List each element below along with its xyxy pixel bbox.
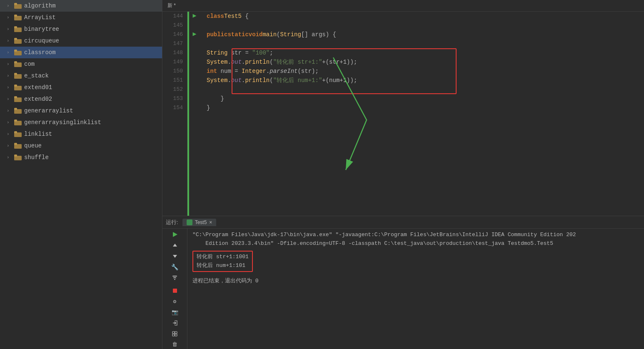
trash-button[interactable]: 🗑 [169, 341, 181, 349]
svg-rect-7 [14, 38, 17, 40]
folder-icon [14, 73, 22, 79]
run-tab-icon [187, 219, 192, 225]
editor-content: 144145146147148149150151152153154 ▶▶ [162, 12, 644, 216]
console-cmd-line-2: Edition 2023.3.4\bin" -Dfile.encoding=UT… [192, 239, 639, 248]
chevron-right-icon: › [7, 108, 12, 113]
code-lines[interactable]: class Test5 { public static void main(St… [200, 12, 644, 216]
sidebar-item-linklist[interactable]: › linklist [0, 128, 162, 140]
sidebar-item-e_stack[interactable]: › e_stack [0, 70, 162, 82]
filter-button[interactable] [169, 274, 181, 282]
folder-icon [14, 143, 22, 149]
svg-rect-36 [172, 332, 175, 334]
code-line-154: } [207, 103, 644, 112]
editor-new-tab[interactable]: 新 * [167, 2, 176, 9]
code-line-144: class Test5 { [207, 12, 644, 21]
bp-gutter-150 [189, 67, 200, 76]
file-tree-sidebar: › algorithm › ArrayList › [0, 0, 162, 349]
svg-rect-33 [173, 277, 176, 278]
svg-rect-37 [175, 332, 177, 334]
sidebar-item-label: extend02 [24, 96, 52, 102]
run-tab-close[interactable]: × [209, 219, 212, 225]
sidebar-item-ArrayList[interactable]: › ArrayList [0, 12, 162, 23]
console-output[interactable]: "C:\Program Files\Java\jdk-17\bin\java.e… [187, 229, 644, 349]
sidebar-item-generarraylist[interactable]: › generarraylist [0, 105, 162, 117]
sidebar-item-label: com [24, 61, 35, 67]
stop-button[interactable] [169, 286, 181, 294]
bp-gutter-147 [189, 39, 200, 48]
wrench-button[interactable]: 🔧 [169, 263, 181, 271]
grid-button[interactable] [169, 330, 181, 338]
output-line-2: 转化后 num+1:101 [197, 262, 249, 270]
console-toolbar: 🔧 ⚙ 📷 [162, 229, 187, 349]
editor-area: 新 * 144145146147148149150151152153154 ▶▶ [162, 0, 644, 349]
settings-button[interactable]: ⚙ [169, 297, 181, 306]
folder-icon [14, 96, 22, 102]
sidebar-item-generarraysinglinklist[interactable]: › generarraysinglinklist [0, 117, 162, 128]
sidebar-item-binarytree[interactable]: › binarytree [0, 23, 162, 35]
line-number-149: 149 [162, 57, 183, 67]
svg-marker-30 [173, 244, 177, 247]
scroll-down-button[interactable] [169, 252, 181, 260]
folder-icon [14, 38, 22, 44]
line-number-152: 152 [162, 85, 183, 94]
run-tab-test5[interactable]: Test5 × [182, 219, 217, 226]
sidebar-item-label: generarraylist [24, 107, 73, 114]
line-number-147: 147 [162, 39, 183, 48]
output-highlight-box: 转化前 str+1:1001 转化后 num+1:101 [192, 251, 253, 272]
bp-gutter-144: ▶ [189, 12, 200, 21]
scroll-up-button[interactable] [169, 241, 181, 249]
sidebar-item-label: circuqueue [24, 37, 59, 44]
svg-rect-19 [14, 108, 17, 110]
chevron-right-icon: › [7, 155, 12, 160]
svg-rect-21 [14, 120, 17, 122]
svg-rect-1 [14, 3, 17, 5]
run-button[interactable] [169, 230, 181, 239]
bp-gutter-153 [189, 94, 200, 103]
bp-gutter-154 [189, 103, 200, 112]
console-cmd-line-1: "C:\Program Files\Java\jdk-17\bin\java.e… [192, 231, 639, 239]
svg-rect-32 [172, 276, 177, 277]
chevron-right-icon: › [7, 132, 12, 137]
folder-icon [14, 61, 22, 67]
sidebar-item-algorithm[interactable]: › algorithm [0, 0, 162, 12]
code-line-153: } [207, 94, 644, 103]
camera-button[interactable]: 📷 [169, 308, 181, 317]
svg-rect-35 [173, 289, 177, 293]
sidebar-item-com[interactable]: › com [0, 58, 162, 70]
chevron-right-icon: › [7, 3, 12, 8]
sidebar-item-extend01[interactable]: › extend01 [0, 82, 162, 93]
sidebar-item-queue[interactable]: › queue [0, 140, 162, 152]
chevron-right-icon: › [7, 85, 12, 90]
sidebar-item-shuffle[interactable]: › shuffle [0, 152, 162, 163]
svg-rect-9 [14, 50, 17, 52]
sidebar-item-label: algorithm [24, 2, 56, 9]
svg-rect-15 [14, 85, 17, 87]
svg-rect-17 [14, 96, 17, 98]
svg-rect-39 [175, 334, 177, 336]
line-number-148: 148 [162, 48, 183, 57]
exit-button[interactable] [169, 319, 181, 327]
line-number-153: 153 [162, 94, 183, 103]
sidebar-item-label: binarytree [24, 26, 59, 32]
sidebar-item-label: extend01 [24, 84, 52, 91]
chevron-right-icon: › [7, 97, 12, 102]
svg-rect-34 [174, 279, 175, 280]
line-number-146: 146 [162, 30, 183, 39]
output-line-1: 转化前 str+1:1001 [197, 253, 249, 261]
sidebar-item-extend02[interactable]: › extend02 [0, 93, 162, 105]
console-body: 🔧 ⚙ 📷 [162, 229, 644, 349]
svg-rect-38 [172, 334, 175, 336]
sidebar-item-circuqueue[interactable]: › circuqueue [0, 35, 162, 47]
code-line-151: System.out.println("转化后 num+1:"+(num+1))… [207, 76, 644, 85]
code-line-149: System.out.println("转化前 str+1:"+(str+1))… [207, 57, 644, 67]
folder-icon [14, 50, 22, 55]
run-label: 运行: [166, 219, 178, 226]
svg-rect-27 [14, 155, 17, 157]
line-number-151: 151 [162, 76, 183, 85]
chevron-right-icon: › [7, 27, 12, 32]
code-line-145 [207, 21, 644, 30]
folder-icon [14, 120, 22, 125]
chevron-right-icon: › [7, 120, 12, 125]
chevron-right-icon: › [7, 15, 12, 20]
sidebar-item-classroom[interactable]: › classroom [0, 47, 162, 58]
